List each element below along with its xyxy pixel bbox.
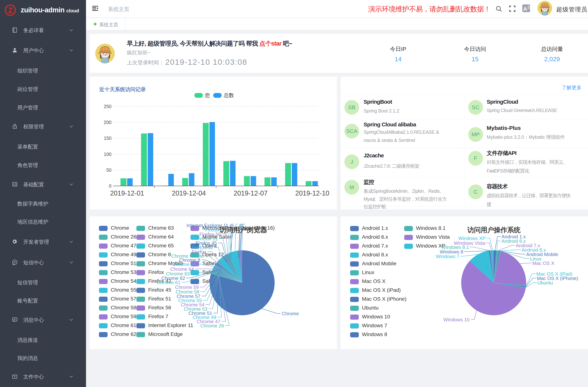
svg-text:Windows 10: Windows 10 [443, 317, 469, 323]
svg-text:2019-12-10: 2019-12-10 [295, 189, 329, 197]
svg-text:200: 200 [104, 120, 111, 125]
svg-text:2019-12-04: 2019-12-04 [172, 189, 206, 197]
svg-text:Mac OS X: Mac OS X [532, 261, 554, 266]
svg-text:2019-12-07: 2019-12-07 [234, 189, 268, 197]
svg-text:近十天系统访问记录: 近十天系统访问记录 [99, 86, 146, 92]
svg-text:100: 100 [104, 152, 111, 157]
svg-text:50: 50 [106, 167, 111, 173]
svg-text:Chrome 26: Chrome 26 [200, 323, 224, 328]
svg-text:Ubuntu: Ubuntu [537, 280, 553, 285]
svg-text:Chrome: Chrome [282, 311, 299, 316]
svg-text:250: 250 [104, 104, 111, 109]
svg-text:150: 150 [104, 136, 111, 141]
svg-text:您: 您 [205, 92, 210, 98]
svg-text:总数: 总数 [224, 92, 234, 98]
svg-text:Z: Z [8, 6, 12, 14]
svg-text:2019-12-01: 2019-12-01 [110, 189, 144, 197]
svg-text:Windows 7: Windows 7 [436, 254, 459, 259]
svg-text:0: 0 [109, 183, 111, 188]
